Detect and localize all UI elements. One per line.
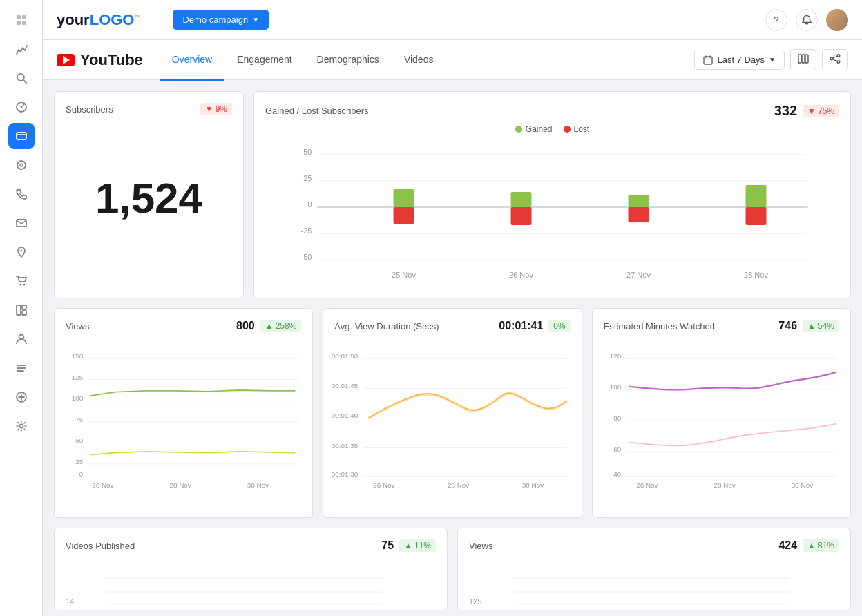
tab-videos[interactable]: Videos (392, 41, 446, 81)
svg-text:-50: -50 (301, 253, 312, 261)
views-bottom-header: Views 424 ▲ 81% (469, 539, 839, 552)
svg-rect-50 (394, 207, 414, 224)
user-avatar[interactable] (826, 9, 848, 31)
videos-title: Videos Published (66, 541, 135, 551)
svg-text:30 Nov: 30 Nov (791, 481, 812, 489)
notifications-button[interactable] (796, 9, 818, 31)
sidebar-item-mail[interactable] (8, 210, 35, 236)
svg-rect-11 (17, 220, 26, 227)
views-header: Views 800 ▲ 258% (66, 320, 301, 332)
svg-rect-30 (798, 55, 801, 63)
svg-text:50: 50 (303, 148, 312, 156)
nav-tabs: Overview Engagement Demographics Videos (160, 40, 446, 80)
svg-text:30 Nov: 30 Nov (522, 481, 544, 489)
svg-point-12 (20, 250, 22, 252)
row-1: Subscribers ▼ 9% 1,524 Gained / Lost Sub… (54, 91, 851, 298)
svg-text:28 Nov: 28 Nov (713, 481, 735, 489)
tab-demographics[interactable]: Demographics (305, 41, 392, 81)
subscribers-card: Subscribers ▼ 9% 1,524 (54, 91, 244, 298)
videos-header: Videos Published 75 ▲ 11% (66, 539, 436, 552)
sidebar-item-list[interactable] (8, 355, 35, 381)
svg-rect-49 (394, 189, 414, 207)
views-card: Views 800 ▲ 258% 150 125 100 75 5 (54, 308, 313, 518)
legend-lost: Lost (564, 124, 590, 134)
svg-rect-26 (704, 57, 712, 64)
avg-badge: 0% (548, 320, 570, 332)
up-icon: ▲ (807, 321, 816, 331)
content-area: Subscribers ▼ 9% 1,524 Gained / Lost Sub… (43, 80, 862, 616)
svg-text:50: 50 (75, 436, 83, 444)
row-2: Views 800 ▲ 258% 150 125 100 75 5 (54, 308, 851, 518)
svg-text:00:01:30: 00:01:30 (332, 470, 358, 478)
sidebar-item-listen[interactable] (8, 152, 35, 178)
svg-text:26 Nov: 26 Nov (509, 271, 533, 279)
svg-text:26 Nov: 26 Nov (374, 481, 395, 489)
page-header: YouTube Overview Engagement Demographics… (43, 40, 862, 80)
youtube-icon (57, 54, 75, 66)
svg-text:60: 60 (613, 445, 621, 453)
sidebar-item-cart[interactable] (8, 268, 35, 294)
avg-change: 0% (553, 321, 565, 331)
date-range-button[interactable]: Last 7 Days ▼ (694, 50, 785, 70)
subscribers-change-badge: ▼ 9% (200, 103, 232, 115)
legend-gained: Gained (515, 124, 553, 134)
sidebar-item-home[interactable] (8, 7, 35, 33)
sidebar-item-settings[interactable] (8, 413, 35, 439)
app-logo: yourLOGO™ (57, 11, 140, 29)
views-badge: ▲ 258% (260, 320, 302, 332)
sidebar-item-dashboard[interactable] (8, 94, 35, 120)
minutes-badge: ▲ 54% (803, 320, 839, 332)
svg-point-14 (23, 284, 25, 286)
avg-title: Avg. View Duration (Secs) (334, 321, 439, 331)
share-button[interactable] (822, 49, 848, 70)
views-chart: 150 125 100 75 50 25 0 (66, 338, 301, 503)
chevron-down-icon: ▼ (252, 16, 259, 23)
bell-icon (801, 15, 812, 26)
gained-lost-badge: ▼ 75% (803, 105, 839, 117)
views-bottom-value: 424 (778, 539, 797, 552)
help-button[interactable]: ? (765, 9, 787, 31)
share-icon (830, 54, 841, 64)
topbar-right: ? (765, 9, 848, 31)
svg-text:75: 75 (75, 416, 83, 423)
views-bottom-y-label: 125 (469, 597, 481, 606)
videos-mini-chart (78, 571, 411, 606)
svg-rect-53 (629, 195, 649, 207)
sidebar-item-phone[interactable] (8, 181, 35, 207)
gained-lost-chart: 50 25 0 -25 -50 (265, 139, 839, 285)
calendar-icon (703, 55, 713, 65)
svg-text:27 Nov: 27 Nov (626, 271, 651, 279)
sidebar-item-grid[interactable] (8, 297, 35, 323)
svg-rect-16 (22, 305, 26, 309)
svg-text:26 Nov: 26 Nov (636, 481, 658, 489)
minutes-title: Estimated Minutes Watched (604, 321, 715, 331)
sidebar-item-plugin[interactable] (8, 384, 35, 410)
sidebar-item-search[interactable] (8, 65, 35, 91)
svg-rect-15 (17, 305, 21, 315)
svg-rect-1 (22, 15, 26, 19)
views-bottom-mini-chart (486, 571, 818, 606)
svg-text:120: 120 (609, 352, 621, 360)
gained-lost-card: Gained / Lost Subscribers 332 ▼ 75% Gain… (253, 91, 851, 298)
tab-engagement[interactable]: Engagement (224, 41, 304, 81)
date-range-chevron: ▼ (769, 56, 776, 64)
sidebar-item-location[interactable] (8, 239, 35, 265)
up-arrow-icon: ▲ (265, 321, 274, 331)
gained-lost-header: Gained / Lost Subscribers 332 ▼ 75% (265, 103, 839, 119)
views-bottom-badge: ▲ 81% (803, 539, 839, 552)
sidebar (0, 0, 43, 616)
views-bottom-title: Views (469, 541, 492, 551)
views-title: Views (66, 321, 89, 331)
sidebar-item-social[interactable] (8, 123, 35, 149)
svg-rect-3 (22, 21, 26, 25)
svg-text:100: 100 (72, 394, 84, 402)
sidebar-item-user[interactable] (8, 326, 35, 352)
svg-rect-32 (805, 55, 808, 63)
demo-campaign-button[interactable]: Demo campaign ▼ (173, 10, 269, 30)
sidebar-item-analytics[interactable] (8, 36, 35, 62)
svg-text:150: 150 (72, 352, 84, 360)
minutes-value: 746 (778, 320, 797, 332)
tab-overview[interactable]: Overview (160, 41, 224, 81)
grid-view-button[interactable] (790, 49, 816, 70)
demo-campaign-label: Demo campaign (182, 15, 248, 25)
